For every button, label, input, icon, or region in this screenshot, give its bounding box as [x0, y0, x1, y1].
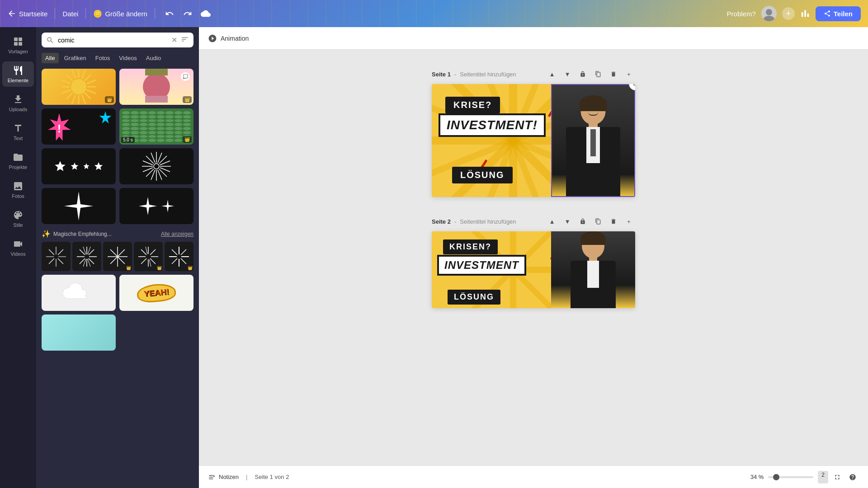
animation-button[interactable]: Animation — [208, 34, 249, 43]
sidebar-item-elemente[interactable]: Elemente — [2, 61, 34, 87]
divider-1 — [55, 8, 55, 19]
person-photo-p2 — [551, 231, 635, 308]
help-button[interactable] — [846, 471, 859, 483]
losung-label-p1: LÖSUNG — [452, 167, 513, 183]
gallery-item-comic-yellow[interactable]: 👑 — [42, 69, 116, 105]
filter-button[interactable] — [181, 35, 189, 45]
magic-item-1[interactable] — [42, 242, 71, 271]
sidebar-item-videos[interactable]: Videos — [2, 235, 34, 260]
svg-rect-3 — [804, 10, 806, 17]
home-button[interactable]: Startseite — [7, 9, 47, 18]
zoom-slider[interactable] — [768, 476, 813, 478]
redo-button[interactable] — [180, 6, 195, 21]
search-input[interactable] — [58, 37, 168, 44]
gallery-item-cyan[interactable] — [42, 314, 116, 351]
canvas-scroll[interactable]: Seite 1 - Seitentitel hinzufügen ▲ ▼ + — [199, 50, 868, 465]
page-2-title-input[interactable]: Seitentitel hinzufügen — [460, 218, 516, 225]
page-count-badge[interactable]: 2 — [818, 471, 828, 483]
page-1-duplicate-btn[interactable] — [592, 68, 604, 80]
svg-line-51 — [89, 258, 94, 264]
svg-rect-8 — [19, 42, 22, 46]
investment-label-p2: INVESTMENT — [437, 255, 526, 276]
tab-alle[interactable]: Alle — [42, 53, 59, 63]
page-2-lock-btn[interactable] — [576, 215, 589, 228]
page-1-expand-btn[interactable]: ▲ — [546, 68, 558, 80]
search-clear-button[interactable]: ✕ — [171, 36, 177, 44]
gallery-item-4star-small[interactable] — [119, 188, 193, 224]
svg-rect-2 — [802, 12, 803, 17]
resize-button[interactable]: 🪙 Größe ändern — [93, 9, 147, 18]
topbar-right: Problem? + Teilen — [727, 6, 861, 21]
sidebar-item-uploads[interactable]: Uploads — [2, 90, 34, 116]
page-2-canvas[interactable]: KRISEN? INVESTMENT LÖSUNG — [432, 231, 635, 308]
tab-fotos[interactable]: Fotos — [92, 53, 114, 63]
svg-rect-6 — [19, 38, 22, 41]
undo-button[interactable] — [162, 6, 177, 21]
zoom-controls: 34 % 2 — [750, 471, 859, 483]
page-2-controls: ▲ ▼ + — [546, 215, 635, 228]
see-all-button[interactable]: Alle anzeigen — [161, 231, 193, 237]
divider-2 — [85, 8, 86, 19]
magic-item-4[interactable]: 👑 — [134, 242, 163, 271]
page-1-delete-btn[interactable] — [607, 68, 620, 80]
topbar-left: Startseite Datei 🪙 Größe ändern — [7, 6, 213, 21]
page-1-title-input[interactable]: Seitentitel hinzufügen — [460, 71, 516, 78]
page-2-duplicate-btn[interactable] — [592, 215, 604, 228]
page-1-lock-btn[interactable] — [576, 68, 589, 80]
gallery-item-cloud[interactable] — [42, 275, 116, 311]
svg-line-76 — [172, 249, 177, 255]
svg-line-44 — [58, 249, 63, 255]
page-1-more-btn[interactable]: + — [623, 68, 635, 80]
gallery-item-line-burst[interactable] — [119, 148, 193, 184]
tab-audio[interactable]: Audio — [142, 53, 165, 63]
krise-label-p2: KRISEN? — [443, 239, 498, 254]
bottom-bar: Notizen | Seite 1 von 2 34 % 2 — [199, 465, 868, 488]
undo-redo-group — [162, 6, 213, 21]
search-panel: ✕ Alle Grafiken Fotos Videos Audio — [36, 27, 199, 488]
page-2-delete-btn[interactable] — [607, 215, 620, 228]
svg-line-79 — [172, 258, 177, 264]
bottom-gallery: YEAH! — [42, 275, 193, 351]
page-2-collapse-btn[interactable]: ▼ — [561, 215, 574, 228]
gallery-item-stars-dark[interactable] — [42, 148, 116, 184]
sidebar-item-fotos[interactable]: Fotos — [2, 177, 34, 202]
stats-button[interactable] — [800, 8, 810, 19]
tab-grafiken[interactable]: Grafiken — [61, 53, 90, 63]
save-cloud-button[interactable] — [198, 6, 213, 21]
magic-item-3[interactable]: 👑 — [103, 242, 132, 271]
magic-item-2[interactable] — [72, 242, 101, 271]
svg-line-69 — [141, 258, 146, 264]
magic-gallery: 👑 👑 — [42, 242, 193, 271]
sidebar-item-vorlagen[interactable]: Vorlagen — [2, 33, 34, 58]
add-user-button[interactable]: + — [782, 7, 795, 20]
magic-item-5[interactable]: 👑 — [165, 242, 193, 271]
page-2-more-btn[interactable]: + — [623, 215, 635, 228]
user-avatar[interactable] — [761, 6, 777, 21]
page-1-canvas[interactable]: KRISE? INVESTMENT! LÖSUNG — [432, 84, 635, 197]
svg-point-37 — [154, 164, 159, 169]
svg-point-1 — [764, 16, 774, 21]
crown-badge-1: 👑 — [105, 96, 114, 103]
tab-videos[interactable]: Videos — [115, 53, 141, 63]
krise-label-p1: KRISE? — [445, 97, 500, 113]
losung-label-p2: LÖSUNG — [448, 290, 500, 305]
gallery-item-star-burst[interactable]: ! — [42, 108, 116, 145]
gallery-item-pop-art[interactable]: 💭 👑 — [119, 69, 193, 105]
magic-title: ✨ Magische Empfehlung... Alle anzeigen — [42, 230, 193, 238]
sidebar-item-projekte[interactable]: Projekte — [2, 148, 34, 174]
svg-text:!: ! — [57, 122, 61, 135]
page-2-expand-btn[interactable]: ▲ — [546, 215, 558, 228]
file-menu[interactable]: Datei — [62, 10, 78, 18]
fullscreen-button[interactable] — [831, 471, 844, 483]
share-button[interactable]: Teilen — [816, 6, 861, 21]
gallery-item-green-dots[interactable]: 5.0 s 👑 — [119, 108, 193, 145]
page-1-collapse-btn[interactable]: ▼ — [561, 68, 574, 80]
sidebar-item-stile[interactable]: Stile — [2, 206, 34, 231]
search-icon — [46, 36, 54, 44]
problem-button[interactable]: Problem? — [727, 10, 756, 18]
gallery-item-yeah[interactable]: YEAH! — [119, 275, 193, 311]
gallery-item-4star-large[interactable] — [42, 188, 116, 224]
svg-line-42 — [49, 249, 54, 255]
sidebar-item-text[interactable]: Text — [2, 119, 34, 145]
notes-button[interactable]: Notizen — [208, 473, 239, 481]
